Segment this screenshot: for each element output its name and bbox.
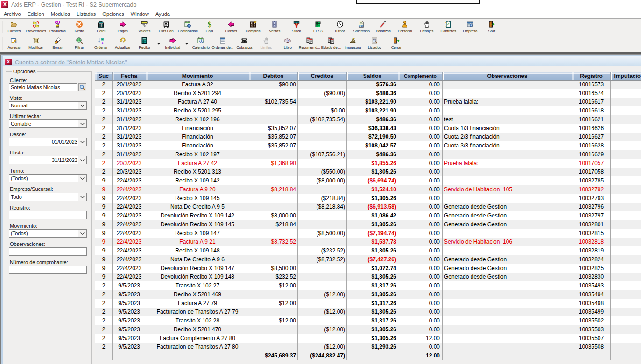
table-row[interactable]: 922/4/2023Devolución Recibo X 109 142$8,… xyxy=(95,211,641,220)
toolbar-button-cobranza[interactable]: Cobranza xyxy=(233,35,255,52)
toolbar-button-actualizar[interactable]: Actualizar xyxy=(112,35,134,52)
toolbar-button-contratos[interactable]: Contratos xyxy=(437,19,459,35)
toolbar-button-individual[interactable]: Individual xyxy=(162,35,184,52)
table-row[interactable]: 922/4/2023Factura A 9 20$8,218.84$1,524.… xyxy=(95,185,641,194)
toolbar-button-pagos[interactable]: Pagos xyxy=(112,19,134,35)
table-row[interactable]: 231/1/2023Financiación$35,852.07$108,042… xyxy=(95,141,641,150)
toolbar-button-ordenar[interactable]: azOrdenar xyxy=(90,35,112,52)
toolbar-button-calendario[interactable]: Calendario xyxy=(190,35,212,52)
utilizar-fecha-dropdown-button[interactable] xyxy=(78,120,86,127)
toolbar-button-caja[interactable]: $Caja xyxy=(199,19,221,35)
table-row[interactable]: 231/1/2023Financiación$35,852.07$36,338.… xyxy=(95,124,641,133)
table-row[interactable]: 922/4/2023Devolución Recibo X 109 148$23… xyxy=(95,273,641,281)
toolbar-button-contabilidad[interactable]: Contabilidad xyxy=(177,19,199,35)
column-header-suc[interactable]: Suc xyxy=(95,72,113,80)
menu-item-ayuda[interactable]: Ayuda xyxy=(152,9,173,18)
table-row[interactable]: 29/5/2023Facturacion de Transitos A 27 8… xyxy=(95,343,641,351)
table-row[interactable]: 922/4/2023Devolución Recibo X 109 145$21… xyxy=(95,220,641,229)
table-row[interactable]: 922/4/2023Devolución Recibo X 109 147$8,… xyxy=(95,264,641,273)
desde-dropdown-button[interactable] xyxy=(78,138,86,146)
column-header-saldos[interactable]: Saldos xyxy=(347,72,398,80)
toolbar-button-ctas-ban[interactable]: Ctas Ban xyxy=(155,19,177,35)
toolbar-button-libro[interactable]: Libro xyxy=(277,35,299,52)
table-row[interactable]: 220/1/2023Recibo X 5201 294($90.00)$486.… xyxy=(95,89,641,98)
movimiento-dropdown-button[interactable] xyxy=(78,230,86,237)
table-row[interactable]: 29/5/2023Factura Complemento A 27 80$1,3… xyxy=(95,334,641,343)
column-header-observaciones[interactable]: Observaciones xyxy=(443,72,572,80)
toolbar-button-ordenes-de[interactable]: Ordenes de... xyxy=(212,35,234,52)
column-header-registro[interactable]: Registro xyxy=(572,72,611,80)
hasta-input[interactable]: 31/12/2023 xyxy=(9,156,87,164)
movimiento-input[interactable]: (Todos) xyxy=(9,229,87,238)
toolbar-button-estado-de[interactable]: Estado de ... xyxy=(320,35,342,52)
toolbar-button-compras[interactable]: Compras xyxy=(242,19,264,35)
menu-item-archivo[interactable]: Archivo xyxy=(0,9,24,18)
toolbar-button-smercado[interactable]: 010Smercado xyxy=(351,19,373,35)
cliente-input[interactable]: Sotelo Matias Nicolas xyxy=(9,83,77,91)
toolbar-button-empresa[interactable]: Empresa xyxy=(459,19,481,35)
toolbar-button-proveedores[interactable]: Proveedores xyxy=(25,19,47,35)
table-row[interactable]: 29/5/2023Transito X 102 28$12.00$1,317.2… xyxy=(95,316,641,325)
table-row[interactable]: 29/5/2023Recibo X 5201 469($12.00)$1,305… xyxy=(95,290,641,299)
toolbar-button-borrar[interactable]: Borrar xyxy=(47,35,69,52)
table-row[interactable]: 922/4/2023Factura A 9 21$8,732.52$1,537.… xyxy=(95,238,641,246)
toolbar-button-personal[interactable]: Personal xyxy=(394,19,416,35)
menu-item-listados[interactable]: Listados xyxy=(73,9,99,18)
toolbar-button-fichajes[interactable]: Fichajes xyxy=(416,19,438,35)
table-row[interactable]: 29/5/2023Factura A 27 79$12.00$1,317.260… xyxy=(95,299,641,308)
table-row[interactable]: 29/5/2023Transito X 102 27$12.00$1,317.2… xyxy=(95,281,641,290)
toolbar-button-filtrar[interactable]: Filtrar xyxy=(69,35,91,52)
table-row[interactable]: 231/1/2023Financiación$35,852.07$72,190.… xyxy=(95,133,641,141)
cliente-search-button[interactable] xyxy=(78,83,86,91)
turno-input[interactable]: (Todos) xyxy=(9,174,87,182)
registro-input[interactable] xyxy=(9,211,87,219)
menu-item-window[interactable]: Window xyxy=(127,9,152,18)
toolbar-button-stock[interactable]: Stock xyxy=(286,19,308,35)
table-totals-row[interactable]: $245,689.37($244,882.47)12.00 xyxy=(95,351,641,360)
toolbar-button-cerrar[interactable]: Cerrar xyxy=(386,35,408,52)
toolbar-button-resto[interactable]: Resto xyxy=(69,19,91,35)
table-row[interactable]: 220/1/2023Factura A 32$90.00$576.360.001… xyxy=(95,80,641,89)
column-header-creditos[interactable]: Creditos xyxy=(298,72,347,80)
table-row[interactable]: 29/5/2023Recibo X 5201 470($12.00)$1,305… xyxy=(95,325,641,334)
menu-item-edicion[interactable]: Edicion xyxy=(24,9,48,18)
table-row[interactable]: 922/4/2023Nota De Credito A 9 5($8,218.8… xyxy=(95,203,641,211)
numero-comprobante-input[interactable] xyxy=(9,266,87,274)
turno-dropdown-button[interactable] xyxy=(78,175,86,182)
table-row[interactable]: 231/1/2023Factura A 27 40$102,735.54$103… xyxy=(95,98,641,106)
table-row[interactable]: 231/1/2023Recibo X 102 196($102,735.54)$… xyxy=(95,115,641,124)
toolbar-button-turnos[interactable]: Turnos xyxy=(329,19,351,35)
toolbar-button-balanzas[interactable]: Balanzas xyxy=(373,19,394,35)
column-header-imputacion[interactable]: Imputacion xyxy=(611,72,641,80)
toolbar-button-l-mites[interactable]: Límites xyxy=(255,35,277,52)
table-row[interactable]: 922/4/2023Recibo X 109 147($8,500.00)($7… xyxy=(95,229,641,238)
toolbar-dropdown-arrow[interactable] xyxy=(155,35,162,52)
toolbar-button-cobros[interactable]: Cobros xyxy=(220,19,242,35)
toolbar-button-clientes[interactable]: Clientes xyxy=(3,19,25,35)
table-row[interactable]: 29/5/2023Facturacion de Transitos A 27 7… xyxy=(95,308,641,316)
toolbar-button-impresora[interactable]: Impresora xyxy=(342,35,364,52)
toolbar-button-modificar[interactable]: Modificar xyxy=(25,35,47,52)
menu-item-modulos[interactable]: Modulos xyxy=(48,9,74,18)
vista-dropdown-button[interactable] xyxy=(78,102,86,109)
table-row[interactable]: 231/1/2023Recibo X 5201 295$0.00$103,221… xyxy=(95,106,641,115)
table-row[interactable]: 922/4/2023Nota De Credito A 9 6($8,732.5… xyxy=(95,255,641,264)
toolbar-button-agregar[interactable]: Agregar xyxy=(3,35,25,52)
toolbar-button-listados[interactable]: Listados xyxy=(364,35,386,52)
column-header-complemento[interactable]: Complemento xyxy=(398,72,443,80)
toolbar-button-hotel[interactable]: Hotel xyxy=(90,19,112,35)
menu-item-opciones[interactable]: Opciones xyxy=(99,9,127,18)
toolbar-button-ventas[interactable]: Ventas xyxy=(264,19,286,35)
table-row[interactable]: 922/4/2023Recibo X 109 148($232.52)$1,30… xyxy=(95,246,641,255)
column-header-movimiento[interactable]: Movimiento xyxy=(146,72,249,80)
table-row[interactable]: 220/3/2023Factura A 27 42$1,368.90$1,855… xyxy=(95,159,641,168)
table-row[interactable]: 220/3/2023Recibo X 5201 313($550.00)$1,3… xyxy=(95,168,641,176)
child-window-title-bar[interactable]: X Cuenta a cobrar de "Sotelo Matias Nico… xyxy=(3,56,641,66)
toolbar-button-eess[interactable]: EESS xyxy=(307,19,329,35)
toolbar-button-resumen-d[interactable]: Resumen d... xyxy=(299,35,321,52)
column-header-fecha[interactable]: Fecha xyxy=(113,72,146,80)
hasta-dropdown-button[interactable] xyxy=(78,156,86,164)
table-row[interactable]: 922/4/2023Recibo X 109 145($218.84)$1,30… xyxy=(95,194,641,203)
toolbar-dropdown-arrow[interactable] xyxy=(183,35,190,52)
empresa-sucursal-dropdown-button[interactable] xyxy=(78,193,86,201)
